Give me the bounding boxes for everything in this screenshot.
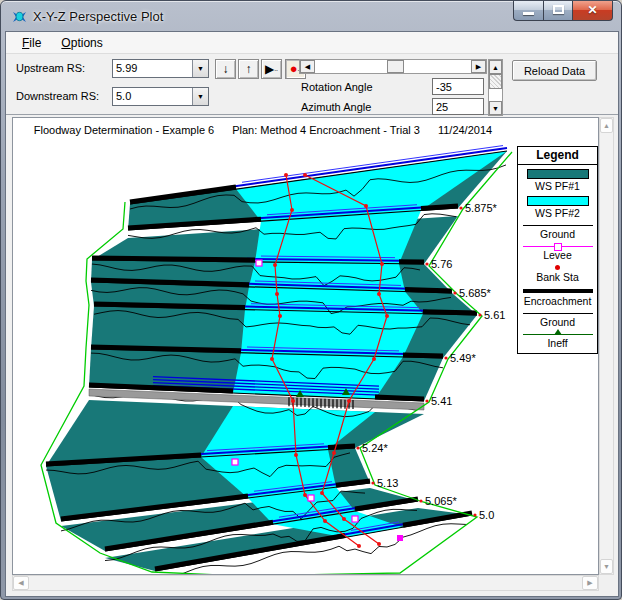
title-bar[interactable]: X-Y-Z Perspective Plot ✕ [1,1,621,31]
step-downstream-button[interactable]: ↓ [215,59,236,79]
client-area: File Options Upstream RS: 5.99 ▼ Downstr… [5,31,619,597]
plot-area: Floodway Determination - Example 6 Plan:… [12,117,614,591]
reload-data-button[interactable]: Reload Data [512,60,597,81]
scroll-down-icon[interactable]: ▼ [489,101,502,115]
rotation-scrollbar-track[interactable] [315,60,471,73]
legend-item: WS PF#1 [518,169,597,192]
scrollbar-corner [599,575,614,591]
line-ineff-icon [523,334,593,335]
scroll-left-icon[interactable]: ◀ [13,576,29,590]
close-button[interactable]: ✕ [573,1,613,21]
rotation-angle-label: Rotation Angle [301,81,373,93]
fill-teal-icon [527,169,589,179]
chevron-down-icon[interactable]: ▼ [192,88,208,105]
svg-text:5.685*: 5.685* [459,287,492,299]
svg-text:5.875*: 5.875* [465,202,498,214]
rotation-scrollbar-thumb[interactable] [387,60,404,73]
animate-play-button[interactable]: ▶.. [261,59,282,79]
scroll-right-icon[interactable]: ▶ [471,60,486,73]
dots-label: .. [274,65,278,72]
azimuth-angle-input[interactable] [432,98,484,115]
legend-item: Ground [518,313,597,328]
downstream-rs-label: Downstream RS: [16,90,99,102]
rotation-angle-input[interactable] [432,78,484,95]
plot-vertical-scrollbar[interactable]: ▲ ▼ [599,117,614,575]
scroll-up-icon[interactable]: ▲ [600,118,613,133]
menu-file[interactable]: File [14,34,49,52]
up-arrow-icon: ↑ [246,62,252,76]
maximize-button[interactable] [543,1,573,21]
svg-text:5.24*: 5.24* [362,442,388,454]
chevron-down-icon[interactable]: ▼ [192,60,208,77]
fill-cyan-icon [527,196,589,206]
legend-label: WS PF#2 [518,207,597,219]
legend-label: Ground [518,316,597,328]
perspective-plot-svg: 5.875*5.765.685*5.615.49*5.415.24*5.135.… [13,118,599,575]
svg-text:5.76: 5.76 [431,258,452,270]
maximize-icon [553,5,564,14]
downstream-rs-combobox[interactable]: 5.0 ▼ [112,87,209,106]
upstream-rs-label: Upstream RS: [16,62,85,74]
upstream-rs-combobox[interactable]: 5.99 ▼ [112,59,209,78]
legend-label: Bank Sta [518,271,597,283]
legend-item: Encroachment [518,289,597,307]
down-arrow-icon: ↓ [223,62,229,76]
step-upstream-button[interactable]: ↑ [238,59,259,79]
svg-text:5.49*: 5.49* [450,352,476,364]
window-title: X-Y-Z Perspective Plot [33,9,163,24]
rotation-scrollbar[interactable]: ◀ ▶ [299,59,487,74]
menu-bar: File Options [6,32,618,54]
scroll-left-icon[interactable]: ◀ [300,60,315,73]
menu-options[interactable]: Options [53,34,110,52]
plot-horizontal-scrollbar[interactable]: ◀ ▶ [12,575,599,591]
upstream-rs-value: 5.99 [113,60,192,77]
close-icon: ✕ [573,3,612,17]
xyz-perspective-window: X-Y-Z Perspective Plot ✕ File Options Up… [0,0,622,600]
azimuth-scrollbar[interactable]: ▲ ▼ [488,59,503,116]
legend-item: Ineff [518,334,597,349]
svg-text:5.0: 5.0 [479,509,494,521]
app-icon [11,8,28,25]
azimuth-scrollbar-thumb[interactable] [489,74,502,89]
legend-label: Encroachment [518,295,597,307]
legend-item: Ground [518,225,597,240]
svg-text:5.41: 5.41 [431,395,452,407]
legend-item: Bank Sta [518,265,597,283]
legend-label: Ground [518,228,597,240]
line-black-icon [523,313,593,314]
svg-text:5.065*: 5.065* [425,495,458,507]
svg-text:5.13: 5.13 [377,477,398,489]
azimuth-angle-label: Azimuth Angle [301,101,371,113]
line-levee-icon [523,246,593,247]
line-thick-icon [523,289,593,293]
legend-title: Legend [518,147,597,165]
scroll-right-icon[interactable]: ▶ [582,576,598,590]
play-icon: ▶ [265,62,274,76]
legend-label: WS PF#1 [518,180,597,192]
scroll-down-icon[interactable]: ▼ [600,559,613,574]
toolbar: Upstream RS: 5.99 ▼ Downstream RS: 5.0 ▼… [6,54,618,115]
legend-item: WS PF#2 [518,196,597,219]
svg-text:5.61: 5.61 [484,309,505,321]
scroll-up-icon[interactable]: ▲ [489,60,502,74]
plot-canvas: Floodway Determination - Example 6 Plan:… [12,117,599,575]
legend: Legend WS PF#1WS PF#2GroundLeveeBank Sta… [517,146,598,354]
minimize-icon [523,12,534,15]
legend-items: WS PF#1WS PF#2GroundLeveeBank StaEncroac… [518,169,597,349]
legend-label: Ineff [518,337,597,349]
legend-item: Levee [518,246,597,261]
azimuth-scrollbar-track[interactable] [489,89,502,101]
minimize-button[interactable] [513,1,543,21]
line-black-icon [523,225,593,226]
downstream-rs-value: 5.0 [113,88,192,105]
dot-red-icon [555,265,560,270]
